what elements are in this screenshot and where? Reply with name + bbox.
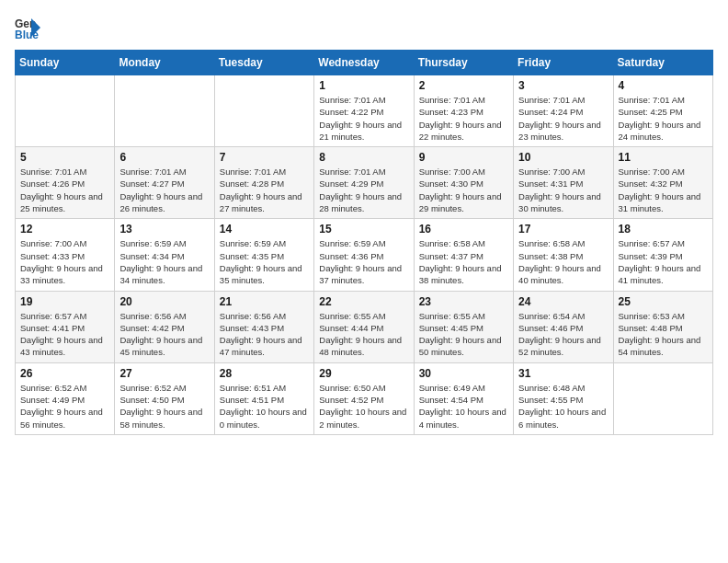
day-number: 18 — [619, 223, 708, 236]
calendar-cell: 18Sunrise: 6:57 AM Sunset: 4:39 PM Dayli… — [613, 219, 712, 291]
day-number: 5 — [20, 151, 109, 164]
day-info: Sunrise: 7:01 AM Sunset: 4:23 PM Dayligh… — [419, 94, 508, 143]
calendar-header-row: SundayMondayTuesdayWednesdayThursdayFrid… — [16, 51, 713, 75]
day-number: 11 — [619, 151, 708, 164]
day-number: 2 — [419, 79, 508, 92]
calendar-cell: 29Sunrise: 6:50 AM Sunset: 4:52 PM Dayli… — [314, 362, 414, 434]
day-info: Sunrise: 6:52 AM Sunset: 4:49 PM Dayligh… — [20, 382, 109, 431]
day-number: 9 — [419, 151, 508, 164]
day-number: 20 — [119, 295, 209, 308]
day-info: Sunrise: 7:00 AM Sunset: 4:30 PM Dayligh… — [419, 166, 508, 214]
calendar-cell — [214, 75, 313, 147]
calendar-cell: 17Sunrise: 6:58 AM Sunset: 4:38 PM Dayli… — [514, 219, 613, 291]
calendar-header-tuesday: Tuesday — [214, 51, 313, 75]
day-number: 10 — [518, 151, 608, 164]
calendar-cell: 24Sunrise: 6:54 AM Sunset: 4:46 PM Dayli… — [514, 291, 613, 362]
day-info: Sunrise: 6:58 AM Sunset: 4:37 PM Dayligh… — [419, 237, 508, 286]
calendar-cell: 7Sunrise: 7:01 AM Sunset: 4:28 PM Daylig… — [214, 147, 313, 219]
calendar-cell: 4Sunrise: 7:01 AM Sunset: 4:25 PM Daylig… — [613, 75, 712, 147]
day-number: 28 — [220, 367, 309, 380]
calendar-cell: 21Sunrise: 6:56 AM Sunset: 4:43 PM Dayli… — [214, 291, 313, 362]
day-info: Sunrise: 7:01 AM Sunset: 4:28 PM Dayligh… — [220, 166, 309, 214]
day-number: 6 — [119, 151, 209, 164]
day-number: 3 — [518, 79, 608, 92]
calendar-cell — [115, 75, 214, 147]
calendar-header-sunday: Sunday — [16, 51, 115, 75]
day-number: 16 — [419, 223, 508, 236]
day-info: Sunrise: 7:01 AM Sunset: 4:24 PM Dayligh… — [518, 94, 608, 143]
day-number: 27 — [119, 367, 209, 380]
svg-text:Blue: Blue — [15, 29, 39, 40]
calendar-cell: 23Sunrise: 6:55 AM Sunset: 4:45 PM Dayli… — [414, 291, 513, 362]
day-number: 24 — [518, 295, 608, 308]
calendar-week-row: 19Sunrise: 6:57 AM Sunset: 4:41 PM Dayli… — [16, 291, 713, 362]
calendar-cell: 9Sunrise: 7:00 AM Sunset: 4:30 PM Daylig… — [414, 147, 513, 219]
day-info: Sunrise: 6:58 AM Sunset: 4:38 PM Dayligh… — [518, 237, 608, 286]
calendar-cell: 30Sunrise: 6:49 AM Sunset: 4:54 PM Dayli… — [414, 362, 513, 434]
day-info: Sunrise: 6:55 AM Sunset: 4:45 PM Dayligh… — [419, 310, 508, 359]
calendar-cell: 22Sunrise: 6:55 AM Sunset: 4:44 PM Dayli… — [314, 291, 414, 362]
calendar-cell: 25Sunrise: 6:53 AM Sunset: 4:48 PM Dayli… — [613, 291, 712, 362]
day-number: 25 — [619, 295, 708, 308]
day-number: 29 — [319, 367, 408, 380]
day-info: Sunrise: 6:49 AM Sunset: 4:54 PM Dayligh… — [419, 382, 508, 431]
day-info: Sunrise: 7:01 AM Sunset: 4:27 PM Dayligh… — [119, 166, 209, 214]
day-number: 1 — [319, 79, 408, 92]
day-info: Sunrise: 7:01 AM Sunset: 4:22 PM Dayligh… — [319, 94, 408, 143]
day-number: 4 — [619, 79, 708, 92]
calendar-cell: 26Sunrise: 6:52 AM Sunset: 4:49 PM Dayli… — [16, 362, 115, 434]
day-info: Sunrise: 6:54 AM Sunset: 4:46 PM Dayligh… — [518, 310, 608, 359]
day-info: Sunrise: 6:52 AM Sunset: 4:50 PM Dayligh… — [119, 382, 209, 431]
day-info: Sunrise: 6:51 AM Sunset: 4:51 PM Dayligh… — [220, 382, 309, 431]
day-info: Sunrise: 6:50 AM Sunset: 4:52 PM Dayligh… — [319, 382, 408, 431]
day-info: Sunrise: 6:56 AM Sunset: 4:43 PM Dayligh… — [220, 310, 309, 359]
calendar-cell: 2Sunrise: 7:01 AM Sunset: 4:23 PM Daylig… — [414, 75, 513, 147]
calendar-table: SundayMondayTuesdayWednesdayThursdayFrid… — [15, 50, 713, 435]
day-info: Sunrise: 6:55 AM Sunset: 4:44 PM Dayligh… — [319, 310, 408, 359]
day-info: Sunrise: 7:01 AM Sunset: 4:25 PM Dayligh… — [619, 94, 708, 143]
calendar-cell: 11Sunrise: 7:00 AM Sunset: 4:32 PM Dayli… — [613, 147, 712, 219]
calendar-cell: 8Sunrise: 7:01 AM Sunset: 4:29 PM Daylig… — [314, 147, 414, 219]
day-number: 8 — [319, 151, 408, 164]
day-info: Sunrise: 6:57 AM Sunset: 4:41 PM Dayligh… — [20, 310, 109, 359]
calendar-week-row: 26Sunrise: 6:52 AM Sunset: 4:49 PM Dayli… — [16, 362, 713, 434]
calendar-cell: 28Sunrise: 6:51 AM Sunset: 4:51 PM Dayli… — [214, 362, 313, 434]
calendar-week-row: 12Sunrise: 7:00 AM Sunset: 4:33 PM Dayli… — [16, 219, 713, 291]
calendar-cell — [613, 362, 712, 434]
day-number: 19 — [20, 295, 109, 308]
calendar-header-saturday: Saturday — [613, 51, 712, 75]
day-number: 21 — [220, 295, 309, 308]
calendar-header-monday: Monday — [115, 51, 214, 75]
calendar-cell — [16, 75, 115, 147]
day-info: Sunrise: 6:53 AM Sunset: 4:48 PM Dayligh… — [619, 310, 708, 359]
day-number: 13 — [119, 223, 209, 236]
day-number: 15 — [319, 223, 408, 236]
day-info: Sunrise: 6:48 AM Sunset: 4:55 PM Dayligh… — [518, 382, 608, 431]
logo: Gen Blue — [15, 15, 44, 40]
day-info: Sunrise: 6:59 AM Sunset: 4:34 PM Dayligh… — [119, 237, 209, 286]
calendar-week-row: 1Sunrise: 7:01 AM Sunset: 4:22 PM Daylig… — [16, 75, 713, 147]
calendar-header-thursday: Thursday — [414, 51, 513, 75]
calendar-cell: 14Sunrise: 6:59 AM Sunset: 4:35 PM Dayli… — [214, 219, 313, 291]
calendar-cell: 19Sunrise: 6:57 AM Sunset: 4:41 PM Dayli… — [16, 291, 115, 362]
day-info: Sunrise: 6:57 AM Sunset: 4:39 PM Dayligh… — [619, 237, 708, 286]
day-info: Sunrise: 7:00 AM Sunset: 4:32 PM Dayligh… — [619, 166, 708, 214]
day-number: 17 — [518, 223, 608, 236]
calendar-cell: 16Sunrise: 6:58 AM Sunset: 4:37 PM Dayli… — [414, 219, 513, 291]
calendar-cell: 12Sunrise: 7:00 AM Sunset: 4:33 PM Dayli… — [16, 219, 115, 291]
day-info: Sunrise: 6:56 AM Sunset: 4:42 PM Dayligh… — [119, 310, 209, 359]
calendar-cell: 5Sunrise: 7:01 AM Sunset: 4:26 PM Daylig… — [16, 147, 115, 219]
day-info: Sunrise: 6:59 AM Sunset: 4:36 PM Dayligh… — [319, 237, 408, 286]
calendar-cell: 13Sunrise: 6:59 AM Sunset: 4:34 PM Dayli… — [115, 219, 214, 291]
day-info: Sunrise: 7:00 AM Sunset: 4:33 PM Dayligh… — [20, 237, 109, 286]
calendar-cell: 3Sunrise: 7:01 AM Sunset: 4:24 PM Daylig… — [514, 75, 613, 147]
day-info: Sunrise: 6:59 AM Sunset: 4:35 PM Dayligh… — [220, 237, 309, 286]
day-number: 31 — [518, 367, 608, 380]
calendar-cell: 15Sunrise: 6:59 AM Sunset: 4:36 PM Dayli… — [314, 219, 414, 291]
calendar-cell: 1Sunrise: 7:01 AM Sunset: 4:22 PM Daylig… — [314, 75, 414, 147]
calendar-cell: 20Sunrise: 6:56 AM Sunset: 4:42 PM Dayli… — [115, 291, 214, 362]
calendar-header-friday: Friday — [514, 51, 613, 75]
day-info: Sunrise: 7:01 AM Sunset: 4:26 PM Dayligh… — [20, 166, 109, 214]
day-number: 26 — [20, 367, 109, 380]
calendar-cell: 10Sunrise: 7:00 AM Sunset: 4:31 PM Dayli… — [514, 147, 613, 219]
